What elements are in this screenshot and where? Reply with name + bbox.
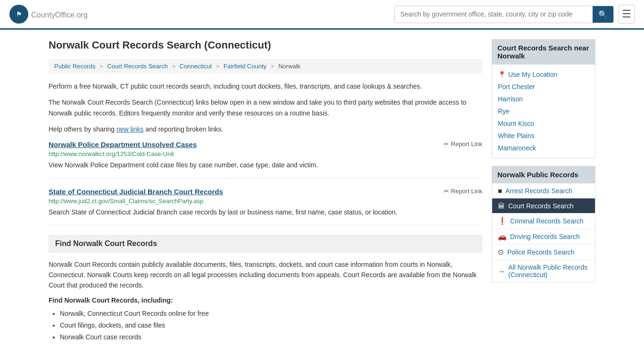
criminal-records-link[interactable]: Criminal Records Search xyxy=(510,217,584,225)
logo-icon: ⚑ xyxy=(9,5,28,24)
logo-suffix: .org xyxy=(74,11,88,19)
all-records-link[interactable]: All Norwalk Public Records (Connecticut) xyxy=(508,263,589,279)
header: ⚑ CountyOffice.org 🔍 ☰ xyxy=(0,0,644,30)
use-location-item[interactable]: 📍 Use My Location xyxy=(492,68,595,81)
record-url-1: http://www.norwalkct.org/1253/Cold-Case-… xyxy=(49,150,482,157)
logo-area: ⚑ CountyOffice.org xyxy=(9,5,88,24)
use-location-link[interactable]: Use My Location xyxy=(508,71,557,78)
sidebar-location-mount-kisco[interactable]: Mount Kisco xyxy=(492,117,595,130)
court-records-link[interactable]: Court Records Search xyxy=(508,202,574,210)
section-header: Find Norwalk Court Records xyxy=(49,235,482,253)
court-icon: 🏛 xyxy=(498,202,505,210)
record-link-1-header: Norwalk Police Department Unsolved Cases… xyxy=(49,140,482,148)
logo-text: CountyOffice.org xyxy=(31,9,88,20)
content-area: Norwalk Court Records Search (Connecticu… xyxy=(49,39,482,343)
sidebar-location-white-plains[interactable]: White Plains xyxy=(492,130,595,142)
desc3-pre: Help others by sharing xyxy=(49,125,116,133)
section-text-1: Norwalk Court Records contain publicly a… xyxy=(49,259,482,291)
breadcrumb-norwalk: Norwalk xyxy=(278,63,300,70)
breadcrumb-court-records[interactable]: Court Records Search xyxy=(107,63,168,70)
svg-text:⚑: ⚑ xyxy=(16,10,22,18)
arrest-icon: ■ xyxy=(498,187,502,195)
sidebar-court-records[interactable]: 🏛 Court Records Search xyxy=(492,198,595,214)
sidebar-arrest-records[interactable]: ■ Arrest Records Search xyxy=(492,183,595,198)
location-pin-icon: 📍 xyxy=(498,71,506,78)
page-title: Norwalk Court Records Search (Connecticu… xyxy=(49,39,482,51)
record-desc-2: Search State of Connecticut Judicial Bra… xyxy=(49,207,482,217)
police-records-link[interactable]: Police Records Search xyxy=(507,248,574,256)
driving-records-link[interactable]: Driving Records Search xyxy=(510,233,580,240)
header-right: 🔍 ☰ xyxy=(394,5,635,24)
record-link-2-title[interactable]: State of Connecticut Judicial Branch Cou… xyxy=(49,188,223,196)
police-icon: ⊙ xyxy=(498,248,504,256)
sidebar-location-harrison[interactable]: Harrison xyxy=(492,93,595,105)
description-3: Help others by sharing new links and rep… xyxy=(49,124,482,134)
sidebar-records-list: ■ Arrest Records Search 🏛 Court Records … xyxy=(492,183,595,282)
report-link-1-btn[interactable]: ✂ Report Link xyxy=(444,140,482,148)
sidebar-location-mamaroneck[interactable]: Mamaroneck xyxy=(492,142,595,154)
nearby-section-title: Court Records Search near Norwalk xyxy=(492,39,595,65)
sidebar-location-port-chester[interactable]: Port Chester xyxy=(492,81,595,93)
search-input[interactable] xyxy=(395,7,593,22)
sidebar-location-list: 📍 Use My Location Port Chester Harrison … xyxy=(492,65,595,158)
breadcrumb-fairfield[interactable]: Fairfield County xyxy=(223,63,266,70)
arrest-records-link[interactable]: Arrest Records Search xyxy=(505,187,572,195)
breadcrumb: Public Records > Court Records Search > … xyxy=(49,59,482,74)
search-button[interactable]: 🔍 xyxy=(593,6,613,23)
report-link-1-label: Report Link xyxy=(451,140,482,148)
record-link-1-title[interactable]: Norwalk Police Department Unsolved Cases xyxy=(49,140,197,148)
logo-name: CountyOffice xyxy=(31,11,74,19)
record-url-2: http://www.jud2.ct.gov/Small_Claims/sc_S… xyxy=(49,197,482,205)
breadcrumb-public-records[interactable]: Public Records xyxy=(54,63,95,70)
report-icon-1: ✂ xyxy=(444,140,449,148)
new-links-link[interactable]: new links xyxy=(116,125,144,133)
desc3-post: and reporting broken links. xyxy=(144,125,223,133)
section-subheader: Find Norwalk Court Records, including: xyxy=(49,296,482,304)
sidebar-criminal-records[interactable]: ❗ Criminal Records Search xyxy=(492,214,595,229)
bullet-item-1: Norwalk, Connecticut Court Records onlin… xyxy=(60,308,482,320)
main-container: Norwalk Court Records Search (Connecticu… xyxy=(39,30,605,353)
bullet-item-3: Norwalk Court case records xyxy=(60,331,482,343)
record-link-2: State of Connecticut Judicial Branch Cou… xyxy=(49,188,482,225)
section-bullet-list: Norwalk, Connecticut Court Records onlin… xyxy=(49,308,482,344)
criminal-icon: ❗ xyxy=(498,217,507,225)
menu-button[interactable]: ☰ xyxy=(619,5,635,24)
record-link-1: Norwalk Police Department Unsolved Cases… xyxy=(49,140,482,178)
bullet-item-2: Court filings, dockets, and case files xyxy=(60,320,482,331)
breadcrumb-sep-4: > xyxy=(271,63,274,70)
report-link-2-label: Report Link xyxy=(451,188,482,195)
description-2: The Norwalk Court Records Search (Connec… xyxy=(49,97,482,118)
breadcrumb-sep-2: > xyxy=(172,63,176,70)
sidebar-location-rye[interactable]: Rye xyxy=(492,105,595,117)
search-bar: 🔍 xyxy=(394,6,614,23)
breadcrumb-connecticut[interactable]: Connecticut xyxy=(180,63,212,70)
record-desc-1: View Norwalk Police Department cold case… xyxy=(49,160,482,170)
breadcrumb-sep-1: > xyxy=(99,63,103,70)
all-records-icon: → xyxy=(498,267,505,275)
sidebar: Court Records Search near Norwalk 📍 Use … xyxy=(492,39,595,343)
sidebar-police-records[interactable]: ⊙ Police Records Search xyxy=(492,245,595,260)
public-records-section-title: Norwalk Public Records xyxy=(492,166,595,183)
description-1: Perform a free Norwalk, CT public court … xyxy=(49,81,482,91)
report-link-2-btn[interactable]: ✂ Report Link xyxy=(444,188,482,195)
driving-icon: 🚗 xyxy=(498,232,507,241)
sidebar-all-records[interactable]: → All Norwalk Public Records (Connecticu… xyxy=(492,260,595,282)
breadcrumb-sep-3: > xyxy=(216,63,220,70)
sidebar-driving-records[interactable]: 🚗 Driving Records Search xyxy=(492,229,595,245)
record-link-2-header: State of Connecticut Judicial Branch Cou… xyxy=(49,188,482,196)
report-icon-2: ✂ xyxy=(444,188,449,195)
